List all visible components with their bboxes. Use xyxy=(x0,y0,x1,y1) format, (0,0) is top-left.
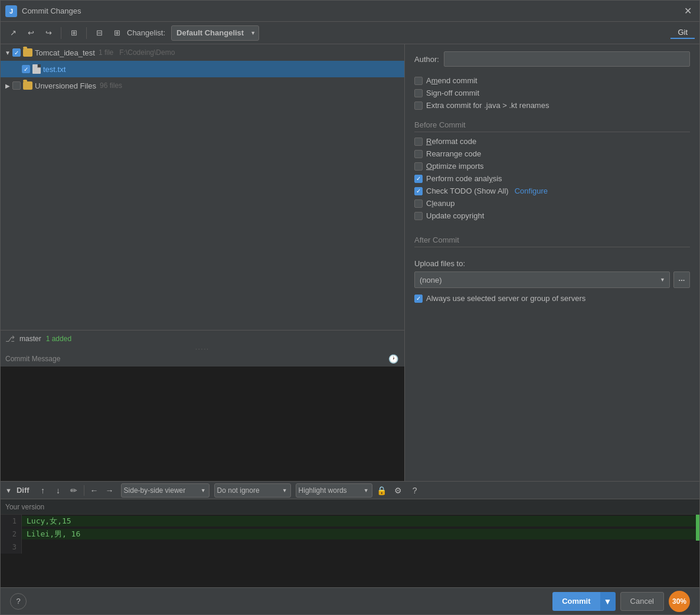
diff-edit-btn[interactable]: ✏ xyxy=(67,484,80,497)
viewer-select[interactable]: Side-by-side viewer Unified viewer xyxy=(121,483,210,498)
checkbox-row-amend: Amend commit xyxy=(414,76,690,85)
checkbox-check-todo[interactable]: ✓ xyxy=(414,187,423,195)
close-button[interactable]: ✕ xyxy=(681,4,695,18)
diff-section: ▼ Diff ↑ ↓ ✏ ← → Side-by-side viewer Uni… xyxy=(1,481,699,587)
upload-select-wrapper[interactable]: (none) xyxy=(414,271,670,288)
tree-arrow-unversioned: ▶ xyxy=(3,81,12,90)
diff-down-btn[interactable]: ↓ xyxy=(52,484,65,497)
checkbox-signoff[interactable] xyxy=(414,89,423,97)
commit-btn-arrow[interactable]: ▼ xyxy=(600,592,616,611)
help-button[interactable]: ? xyxy=(10,593,27,610)
after-commit-section: Upload files to: (none) ··· ✓ Always use… xyxy=(414,259,690,306)
author-input[interactable] xyxy=(444,51,690,67)
checkbox-row-signoff: Sign-off commit xyxy=(414,89,690,97)
upload-more-btn[interactable]: ··· xyxy=(673,271,690,288)
changelist-select-wrapper[interactable]: Default Changelist xyxy=(171,25,259,41)
git-tab[interactable]: Git xyxy=(670,27,695,39)
splitter-vertical[interactable] xyxy=(1,346,404,351)
diff-line-indicator-1 xyxy=(696,515,699,528)
checkbox-code-analysis[interactable]: ✓ xyxy=(414,175,423,183)
toolbar-arrow-btn[interactable]: ↗ xyxy=(5,25,21,41)
checkbox-label-update-copyright: Update copyright xyxy=(426,211,484,220)
checkbox-row-check-todo: ✓ Check TODO (Show All) Configure xyxy=(414,187,690,195)
diff-line-content-2: Lilei,男, 16 xyxy=(22,529,696,539)
toolbar-collapse-btn[interactable]: ⊟ xyxy=(91,25,107,41)
progress-badge: 30% xyxy=(669,591,690,612)
changelist-label: Changelist: xyxy=(127,28,165,37)
diff-header: ▼ Diff ↑ ↓ ✏ ← → Side-by-side viewer Uni… xyxy=(1,482,699,499)
commit-message-input[interactable] xyxy=(1,367,404,481)
diff-line-indicator-2 xyxy=(696,528,699,541)
toolbar-separator-1 xyxy=(61,27,61,39)
author-row: Author: xyxy=(414,51,690,67)
diff-line-1: 1 Lucy,女,15 xyxy=(1,515,699,528)
cancel-button[interactable]: Cancel xyxy=(620,592,664,611)
checkbox-amend[interactable] xyxy=(414,77,423,85)
checkbox-label-check-todo: Check TODO (Show All) xyxy=(426,187,509,195)
diff-line-num-2: 2 xyxy=(1,528,22,541)
diff-title: Diff xyxy=(17,486,30,495)
checkbox-row-update-copyright: Update copyright xyxy=(414,211,690,220)
added-badge: 1 added xyxy=(46,335,71,343)
author-label: Author: xyxy=(414,55,439,64)
diff-up-btn[interactable]: ↑ xyxy=(37,484,50,497)
checkbox-update-copyright[interactable] xyxy=(414,212,423,220)
checkbox-extra[interactable] xyxy=(414,102,423,110)
toolbar-expand-btn[interactable]: ⊞ xyxy=(109,25,125,41)
checkbox-row-code-analysis: ✓ Perform code analysis xyxy=(414,174,690,183)
after-commit-header: After Commit xyxy=(414,235,690,247)
tree-row-root[interactable]: ▼ ✓ Tomcat_idea_test 1 file F:\Codeing\D… xyxy=(1,44,404,61)
ignore-select-wrapper[interactable]: Do not ignore Ignore whitespaces xyxy=(214,483,291,498)
tree-arrow-root: ▼ xyxy=(3,48,12,57)
checkbox-row-optimize: Optimize imports xyxy=(414,162,690,171)
commit-button[interactable]: Commit xyxy=(552,592,600,611)
changelist-select[interactable]: Default Changelist xyxy=(171,25,259,41)
diff-prev-btn[interactable]: ← xyxy=(88,484,101,497)
checkbox-label-always-use: Always use selected server or group of s… xyxy=(426,294,585,303)
bottom-bar: ? Commit ▼ Cancel 30% xyxy=(1,587,699,614)
checkbox-reformat[interactable] xyxy=(414,138,423,146)
checkbox-row-extra: Extra commit for .java > .kt renames xyxy=(414,101,690,110)
tree-row-file[interactable]: ✓ test.txt xyxy=(1,61,404,77)
checkbox-label-amend: Amend commit xyxy=(426,76,477,85)
right-panel: Author: Amend commit Sign-off commit Ext… xyxy=(405,44,699,481)
commit-msg-label: Commit Message xyxy=(5,355,60,363)
configure-link[interactable]: Configure xyxy=(515,187,548,195)
checkbox-file[interactable]: ✓ xyxy=(22,65,30,73)
question-icon-btn[interactable]: ? xyxy=(408,483,422,498)
tree-row-unversioned[interactable]: ▶ Unversioned Files 96 files xyxy=(1,77,404,94)
file-icon xyxy=(32,64,41,74)
checkbox-cleanup[interactable] xyxy=(414,199,423,208)
checkbox-root[interactable]: ✓ xyxy=(12,48,21,57)
ignore-select[interactable]: Do not ignore Ignore whitespaces xyxy=(214,483,291,498)
toolbar-grid-btn[interactable]: ⊞ xyxy=(66,25,81,41)
file-tree[interactable]: ▼ ✓ Tomcat_idea_test 1 file F:\Codeing\D… xyxy=(1,44,404,330)
highlight-select[interactable]: Highlight words Highlight chars Highligh… xyxy=(296,483,372,498)
checkbox-label-cleanup: Cleanup xyxy=(426,199,454,208)
diff-next-btn[interactable]: → xyxy=(103,484,116,497)
checkbox-label-signoff: Sign-off commit xyxy=(426,89,479,97)
checkbox-row-cleanup: Cleanup xyxy=(414,199,690,208)
upload-row: (none) ··· xyxy=(414,271,690,288)
checkbox-always-use[interactable]: ✓ xyxy=(414,295,423,303)
toolbar-redo-btn[interactable]: ↪ xyxy=(41,25,56,41)
checkbox-rearrange[interactable] xyxy=(414,150,423,158)
commit-btn-group: Commit ▼ xyxy=(552,592,615,611)
toolbar-undo-btn[interactable]: ↩ xyxy=(23,25,38,41)
window-title: Commit Changes xyxy=(22,6,681,15)
checkbox-label-code-analysis: Perform code analysis xyxy=(426,174,502,183)
checkbox-optimize[interactable] xyxy=(414,162,423,171)
highlight-select-wrapper[interactable]: Highlight words Highlight chars Highligh… xyxy=(296,483,372,498)
amend-text-start: A xyxy=(426,76,431,85)
gear-icon-btn[interactable]: ⚙ xyxy=(391,483,405,498)
lock-icon-btn[interactable]: 🔒 xyxy=(375,483,389,498)
diff-line-content-1: Lucy,女,15 xyxy=(22,516,696,526)
upload-select[interactable]: (none) xyxy=(414,271,670,288)
tree-label-root: Tomcat_idea_test xyxy=(35,48,95,57)
tree-meta-unversioned: 96 files xyxy=(100,81,122,90)
diff-collapse-icon[interactable]: ▼ xyxy=(5,487,12,494)
viewer-select-wrapper[interactable]: Side-by-side viewer Unified viewer xyxy=(121,483,210,498)
checkbox-unversioned[interactable] xyxy=(12,81,21,90)
amend-underline: m xyxy=(431,76,438,85)
commit-msg-clock-btn[interactable]: 🕐 xyxy=(387,352,400,365)
